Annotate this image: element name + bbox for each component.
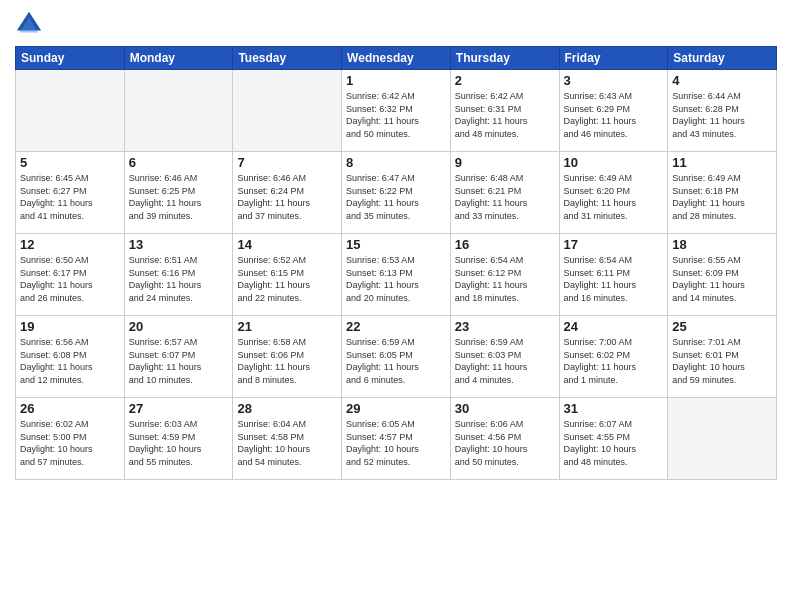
day-number: 8 — [346, 155, 446, 170]
week-row-0: 1Sunrise: 6:42 AM Sunset: 6:32 PM Daylig… — [16, 70, 777, 152]
day-cell: 8Sunrise: 6:47 AM Sunset: 6:22 PM Daylig… — [342, 152, 451, 234]
day-info: Sunrise: 6:42 AM Sunset: 6:32 PM Dayligh… — [346, 90, 446, 140]
day-cell: 2Sunrise: 6:42 AM Sunset: 6:31 PM Daylig… — [450, 70, 559, 152]
day-cell: 20Sunrise: 6:57 AM Sunset: 6:07 PM Dayli… — [124, 316, 233, 398]
day-number: 28 — [237, 401, 337, 416]
day-info: Sunrise: 6:54 AM Sunset: 6:12 PM Dayligh… — [455, 254, 555, 304]
day-info: Sunrise: 6:54 AM Sunset: 6:11 PM Dayligh… — [564, 254, 664, 304]
day-info: Sunrise: 6:46 AM Sunset: 6:25 PM Dayligh… — [129, 172, 229, 222]
day-cell: 12Sunrise: 6:50 AM Sunset: 6:17 PM Dayli… — [16, 234, 125, 316]
day-number: 4 — [672, 73, 772, 88]
day-cell — [16, 70, 125, 152]
day-number: 31 — [564, 401, 664, 416]
day-cell: 13Sunrise: 6:51 AM Sunset: 6:16 PM Dayli… — [124, 234, 233, 316]
day-cell: 21Sunrise: 6:58 AM Sunset: 6:06 PM Dayli… — [233, 316, 342, 398]
day-cell — [233, 70, 342, 152]
day-number: 14 — [237, 237, 337, 252]
day-info: Sunrise: 6:58 AM Sunset: 6:06 PM Dayligh… — [237, 336, 337, 386]
day-cell: 18Sunrise: 6:55 AM Sunset: 6:09 PM Dayli… — [668, 234, 777, 316]
day-number: 30 — [455, 401, 555, 416]
day-info: Sunrise: 6:59 AM Sunset: 6:05 PM Dayligh… — [346, 336, 446, 386]
logo — [15, 10, 47, 38]
day-info: Sunrise: 7:01 AM Sunset: 6:01 PM Dayligh… — [672, 336, 772, 386]
day-number: 18 — [672, 237, 772, 252]
day-cell: 10Sunrise: 6:49 AM Sunset: 6:20 PM Dayli… — [559, 152, 668, 234]
day-number: 27 — [129, 401, 229, 416]
day-cell: 22Sunrise: 6:59 AM Sunset: 6:05 PM Dayli… — [342, 316, 451, 398]
header-cell-monday: Monday — [124, 47, 233, 70]
week-row-4: 26Sunrise: 6:02 AM Sunset: 5:00 PM Dayli… — [16, 398, 777, 480]
day-info: Sunrise: 6:04 AM Sunset: 4:58 PM Dayligh… — [237, 418, 337, 468]
day-info: Sunrise: 6:03 AM Sunset: 4:59 PM Dayligh… — [129, 418, 229, 468]
day-info: Sunrise: 6:42 AM Sunset: 6:31 PM Dayligh… — [455, 90, 555, 140]
day-cell: 30Sunrise: 6:06 AM Sunset: 4:56 PM Dayli… — [450, 398, 559, 480]
day-cell: 28Sunrise: 6:04 AM Sunset: 4:58 PM Dayli… — [233, 398, 342, 480]
day-info: Sunrise: 6:52 AM Sunset: 6:15 PM Dayligh… — [237, 254, 337, 304]
day-info: Sunrise: 6:02 AM Sunset: 5:00 PM Dayligh… — [20, 418, 120, 468]
day-cell: 5Sunrise: 6:45 AM Sunset: 6:27 PM Daylig… — [16, 152, 125, 234]
day-info: Sunrise: 6:57 AM Sunset: 6:07 PM Dayligh… — [129, 336, 229, 386]
day-info: Sunrise: 6:49 AM Sunset: 6:18 PM Dayligh… — [672, 172, 772, 222]
day-cell: 29Sunrise: 6:05 AM Sunset: 4:57 PM Dayli… — [342, 398, 451, 480]
day-cell: 1Sunrise: 6:42 AM Sunset: 6:32 PM Daylig… — [342, 70, 451, 152]
day-number: 24 — [564, 319, 664, 334]
day-number: 16 — [455, 237, 555, 252]
day-info: Sunrise: 6:50 AM Sunset: 6:17 PM Dayligh… — [20, 254, 120, 304]
header-cell-tuesday: Tuesday — [233, 47, 342, 70]
day-info: Sunrise: 6:48 AM Sunset: 6:21 PM Dayligh… — [455, 172, 555, 222]
day-number: 9 — [455, 155, 555, 170]
day-number: 20 — [129, 319, 229, 334]
day-cell: 16Sunrise: 6:54 AM Sunset: 6:12 PM Dayli… — [450, 234, 559, 316]
day-info: Sunrise: 6:45 AM Sunset: 6:27 PM Dayligh… — [20, 172, 120, 222]
header — [15, 10, 777, 38]
day-number: 12 — [20, 237, 120, 252]
day-number: 26 — [20, 401, 120, 416]
day-number: 5 — [20, 155, 120, 170]
day-number: 23 — [455, 319, 555, 334]
day-info: Sunrise: 6:56 AM Sunset: 6:08 PM Dayligh… — [20, 336, 120, 386]
day-cell: 27Sunrise: 6:03 AM Sunset: 4:59 PM Dayli… — [124, 398, 233, 480]
header-cell-saturday: Saturday — [668, 47, 777, 70]
day-cell: 31Sunrise: 6:07 AM Sunset: 4:55 PM Dayli… — [559, 398, 668, 480]
header-cell-wednesday: Wednesday — [342, 47, 451, 70]
header-cell-sunday: Sunday — [16, 47, 125, 70]
day-number: 22 — [346, 319, 446, 334]
day-cell — [124, 70, 233, 152]
day-number: 29 — [346, 401, 446, 416]
day-number: 13 — [129, 237, 229, 252]
day-info: Sunrise: 6:06 AM Sunset: 4:56 PM Dayligh… — [455, 418, 555, 468]
day-info: Sunrise: 7:00 AM Sunset: 6:02 PM Dayligh… — [564, 336, 664, 386]
day-number: 17 — [564, 237, 664, 252]
day-info: Sunrise: 6:59 AM Sunset: 6:03 PM Dayligh… — [455, 336, 555, 386]
day-number: 11 — [672, 155, 772, 170]
day-number: 2 — [455, 73, 555, 88]
day-cell: 14Sunrise: 6:52 AM Sunset: 6:15 PM Dayli… — [233, 234, 342, 316]
day-cell: 24Sunrise: 7:00 AM Sunset: 6:02 PM Dayli… — [559, 316, 668, 398]
week-row-3: 19Sunrise: 6:56 AM Sunset: 6:08 PM Dayli… — [16, 316, 777, 398]
day-info: Sunrise: 6:51 AM Sunset: 6:16 PM Dayligh… — [129, 254, 229, 304]
day-number: 1 — [346, 73, 446, 88]
week-row-2: 12Sunrise: 6:50 AM Sunset: 6:17 PM Dayli… — [16, 234, 777, 316]
calendar-table: SundayMondayTuesdayWednesdayThursdayFrid… — [15, 46, 777, 480]
day-cell: 17Sunrise: 6:54 AM Sunset: 6:11 PM Dayli… — [559, 234, 668, 316]
day-number: 21 — [237, 319, 337, 334]
day-cell: 6Sunrise: 6:46 AM Sunset: 6:25 PM Daylig… — [124, 152, 233, 234]
day-number: 19 — [20, 319, 120, 334]
day-cell — [668, 398, 777, 480]
day-info: Sunrise: 6:47 AM Sunset: 6:22 PM Dayligh… — [346, 172, 446, 222]
day-info: Sunrise: 6:44 AM Sunset: 6:28 PM Dayligh… — [672, 90, 772, 140]
day-cell: 4Sunrise: 6:44 AM Sunset: 6:28 PM Daylig… — [668, 70, 777, 152]
header-row: SundayMondayTuesdayWednesdayThursdayFrid… — [16, 47, 777, 70]
day-cell: 11Sunrise: 6:49 AM Sunset: 6:18 PM Dayli… — [668, 152, 777, 234]
day-cell: 7Sunrise: 6:46 AM Sunset: 6:24 PM Daylig… — [233, 152, 342, 234]
day-info: Sunrise: 6:49 AM Sunset: 6:20 PM Dayligh… — [564, 172, 664, 222]
day-cell: 15Sunrise: 6:53 AM Sunset: 6:13 PM Dayli… — [342, 234, 451, 316]
day-info: Sunrise: 6:43 AM Sunset: 6:29 PM Dayligh… — [564, 90, 664, 140]
day-info: Sunrise: 6:05 AM Sunset: 4:57 PM Dayligh… — [346, 418, 446, 468]
day-cell: 23Sunrise: 6:59 AM Sunset: 6:03 PM Dayli… — [450, 316, 559, 398]
day-info: Sunrise: 6:46 AM Sunset: 6:24 PM Dayligh… — [237, 172, 337, 222]
day-cell: 3Sunrise: 6:43 AM Sunset: 6:29 PM Daylig… — [559, 70, 668, 152]
day-cell: 26Sunrise: 6:02 AM Sunset: 5:00 PM Dayli… — [16, 398, 125, 480]
header-cell-thursday: Thursday — [450, 47, 559, 70]
day-number: 15 — [346, 237, 446, 252]
